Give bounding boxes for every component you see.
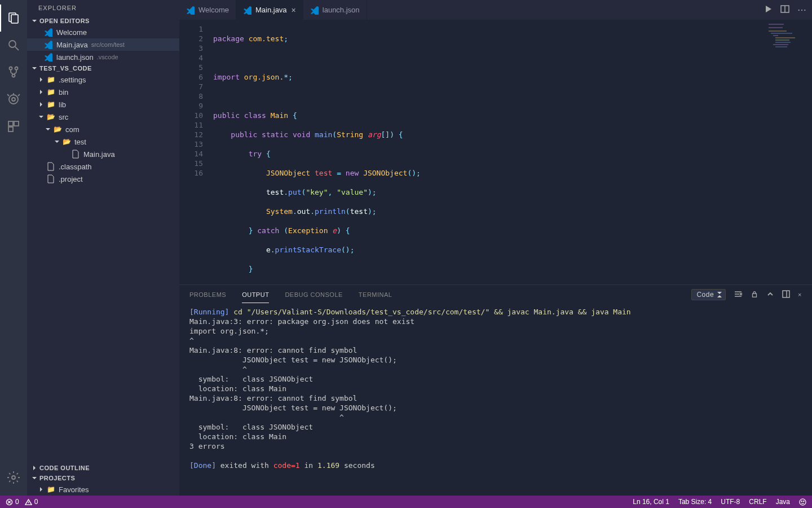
activity-scm[interactable] [0, 59, 27, 86]
svg-rect-34 [783, 291, 789, 297]
split-editor-icon[interactable] [780, 5, 789, 16]
tree-bin-folder[interactable]: 📁 bin [27, 86, 179, 98]
run-icon[interactable] [764, 5, 773, 16]
folder-icon: 📁 [46, 87, 55, 97]
open-editor-main[interactable]: Main.java src/com/test [27, 38, 179, 51]
folder-icon: 📁 [46, 485, 55, 494]
svg-point-5 [15, 67, 18, 70]
activity-settings[interactable] [0, 464, 27, 491]
chevron-down-icon [30, 17, 38, 25]
bottom-panel: PROBLEMS OUTPUT DEBUG CONSOLE TERMINAL C… [179, 284, 812, 496]
folder-open-icon: 📂 [62, 137, 71, 146]
svg-point-41 [801, 501, 802, 501]
svg-line-10 [7, 94, 9, 96]
svg-point-40 [800, 498, 806, 505]
chevron-down-icon [30, 64, 38, 72]
projects-header[interactable]: PROJECTS [27, 473, 179, 483]
svg-rect-12 [8, 121, 13, 126]
status-encoding[interactable]: UTF-8 [721, 498, 740, 506]
panel-tab-output[interactable]: OUTPUT [242, 291, 269, 303]
java-icon [243, 6, 252, 15]
code-body[interactable]: package com.test; import org.json.*; pub… [213, 20, 812, 284]
json-icon [310, 6, 319, 15]
folder-icon: 📁 [46, 75, 55, 84]
folder-icon: 📁 [46, 100, 55, 109]
panel-close-icon[interactable]: × [798, 291, 802, 298]
tree-com-folder[interactable]: 📂 com [27, 123, 179, 135]
chevron-right-icon [37, 76, 45, 84]
vscode-icon [186, 6, 195, 15]
tree-classpath-file[interactable]: .classpath [27, 160, 179, 173]
file-icon [71, 150, 80, 159]
activity-bar [0, 0, 27, 496]
status-errors[interactable]: 0 [6, 498, 19, 506]
sidebar: EXPLORER OPEN EDITORS Welcome Main.java … [27, 0, 179, 496]
panel-tab-debug[interactable]: DEBUG CONSOLE [285, 291, 342, 298]
svg-point-9 [12, 98, 15, 101]
open-editors-header[interactable]: OPEN EDITORS [27, 16, 179, 26]
lock-scroll-icon[interactable] [751, 290, 758, 299]
file-icon [46, 162, 55, 171]
svg-line-11 [18, 94, 20, 96]
tree-test-folder[interactable]: 📂 test [27, 135, 179, 148]
chevron-down-icon [37, 113, 45, 121]
activity-search[interactable] [0, 32, 27, 59]
minimap[interactable] [767, 22, 806, 56]
activity-extensions[interactable] [0, 113, 27, 140]
file-icon [46, 174, 55, 183]
svg-point-6 [12, 75, 15, 77]
panel-maximize-icon[interactable] [782, 290, 790, 299]
projects-favorites[interactable]: 📁 Favorites [27, 483, 179, 496]
status-warnings[interactable]: 0 [25, 498, 38, 506]
svg-rect-1 [11, 15, 18, 23]
output-body[interactable]: [Running] cd "/Users/Valiant-S/Downloads… [179, 304, 812, 496]
status-language[interactable]: Java [776, 498, 790, 506]
svg-point-42 [804, 501, 804, 501]
svg-rect-33 [753, 294, 757, 297]
more-icon[interactable]: ⋯ [797, 5, 806, 15]
open-editor-launch[interactable]: launch.json .vscode [27, 51, 179, 63]
tab-main-java[interactable]: Main.java × [236, 0, 303, 20]
activity-debug[interactable] [0, 86, 27, 113]
svg-point-15 [12, 476, 15, 479]
tab-welcome[interactable]: Welcome [179, 0, 236, 20]
output-channel-select[interactable]: Code [691, 289, 726, 300]
chevron-down-icon [30, 474, 38, 482]
code-outline-header[interactable]: CODE OUTLINE [27, 463, 179, 473]
svg-rect-13 [14, 121, 19, 126]
sidebar-title: EXPLORER [27, 0, 179, 16]
svg-point-2 [9, 41, 16, 47]
tree-settings-folder[interactable]: 📁 .settings [27, 73, 179, 86]
svg-rect-14 [8, 127, 13, 132]
chevron-right-icon [37, 485, 45, 493]
tab-launch-json[interactable]: launch.json [303, 0, 367, 20]
tree-project-file[interactable]: .project [27, 173, 179, 185]
java-icon [44, 40, 53, 49]
clear-output-icon[interactable] [734, 290, 743, 300]
tab-bar: Welcome Main.java × launch.json ⋯ [179, 0, 812, 20]
status-eol[interactable]: CRLF [749, 498, 766, 506]
status-feedback-icon[interactable] [799, 498, 806, 506]
code-editor[interactable]: 12345678910111213141516 package com.test… [179, 20, 812, 284]
panel-chevron-up-icon[interactable] [766, 290, 774, 299]
tree-lib-folder[interactable]: 📁 lib [27, 98, 179, 111]
folder-open-icon: 📂 [53, 125, 62, 134]
tree-main-java-file[interactable]: Main.java [27, 148, 179, 160]
folder-open-icon: 📂 [46, 112, 55, 121]
status-cursor[interactable]: Ln 16, Col 1 [633, 498, 669, 506]
tree-src-folder[interactable]: 📂 src [27, 111, 179, 123]
panel-tab-problems[interactable]: PROBLEMS [189, 291, 226, 298]
panel-tab-terminal[interactable]: TERMINAL [359, 291, 392, 298]
vscode-icon [44, 28, 53, 37]
activity-explorer[interactable] [0, 5, 27, 32]
chevron-down-icon [44, 125, 52, 133]
project-header[interactable]: TEST_VS_CODE [27, 63, 179, 73]
status-indentation[interactable]: Tab Size: 4 [678, 498, 712, 506]
line-gutter: 12345678910111213141516 [179, 20, 213, 284]
open-editor-welcome[interactable]: Welcome [27, 26, 179, 38]
close-icon[interactable]: × [292, 6, 296, 15]
svg-point-7 [9, 95, 18, 104]
editor-region: Welcome Main.java × launch.json ⋯ 123456… [179, 0, 812, 496]
svg-point-4 [10, 67, 12, 70]
status-bar: 0 0 Ln 16, Col 1 Tab Size: 4 UTF-8 CRLF … [0, 496, 812, 508]
